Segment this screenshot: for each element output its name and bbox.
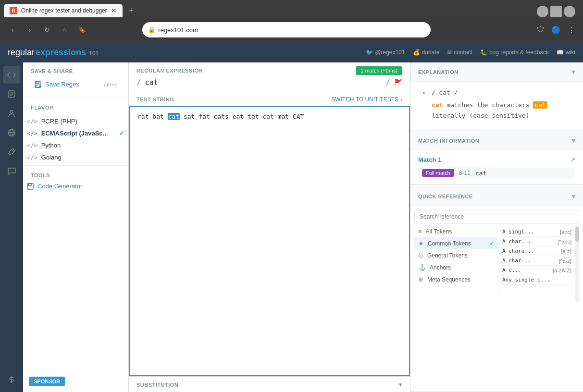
- quick-ref-collapse-btn[interactable]: ▾: [571, 192, 575, 201]
- contact-label: contact: [454, 49, 472, 56]
- flavor-tag-python: </>: [27, 142, 37, 149]
- ref-search-input[interactable]: [414, 210, 579, 223]
- wiki-label: wiki: [566, 49, 575, 56]
- reload-button[interactable]: ↻: [40, 23, 54, 37]
- iconbar-user[interactable]: [3, 105, 20, 122]
- test-section-label: TEST STRING: [136, 97, 174, 102]
- ref-item-anchors[interactable]: ⚓ Anchors: [414, 261, 498, 273]
- svg-point-4: [10, 110, 13, 113]
- regex-header: REGULAR EXPRESSION 1 match (~0ms): [129, 62, 410, 75]
- header-link-contact[interactable]: ✉ contact: [447, 49, 472, 56]
- ref-token-3: A chara...: [502, 248, 534, 254]
- tab-favicon: R: [10, 7, 17, 14]
- svg-rect-13: [28, 184, 31, 185]
- ref-result-2: A char... [^abc]: [502, 237, 571, 246]
- ref-item-meta-sequences[interactable]: ⊕ Meta Sequences: [414, 273, 498, 285]
- close-tab-button[interactable]: ✕: [111, 7, 117, 14]
- ref-item-all-tokens[interactable]: ≡ All Tokens: [414, 225, 498, 237]
- address-bar[interactable]: 🔒 regex101.com: [142, 22, 431, 37]
- exp-token-cat: cat: [432, 101, 443, 109]
- ref-item-common-tokens[interactable]: ★ Common Tokens ✓: [414, 237, 498, 249]
- iconbar-document[interactable]: [3, 86, 20, 103]
- browser-tabs: R Online regex tester and debugger ✕ +: [0, 0, 583, 17]
- test-textarea[interactable]: rat bat cat sat fat cats eat tat cat mat…: [130, 107, 409, 375]
- explanation-tree: ▾ / cat / cat matches the characters cat…: [422, 87, 575, 121]
- iconbar-code[interactable]: [3, 66, 20, 84]
- iconbar-globe[interactable]: [3, 124, 20, 141]
- match-info-header: MATCH INFORMATION ▾: [410, 131, 583, 150]
- exp-highlight-cat: cat: [533, 101, 547, 109]
- flavor-ecma[interactable]: </> ECMAScript (JavaSc... ✓: [23, 127, 128, 139]
- flavor-label-golang: Golang: [41, 154, 62, 161]
- sponsor-badge[interactable]: SPONSOR: [29, 377, 65, 386]
- share-icon[interactable]: ↗: [570, 156, 575, 163]
- explanation-collapse-btn[interactable]: ▾: [571, 67, 575, 76]
- save-regex-button[interactable]: Save Regex ctrl+s: [31, 78, 121, 91]
- explanation-title: EXPLANATION: [418, 69, 459, 75]
- code-generator-button[interactable]: Code Generator: [23, 180, 128, 192]
- iconbar-chat[interactable]: [3, 162, 20, 180]
- ref-results: A singl... [abc] A char... [^abc] A char…: [498, 225, 575, 302]
- close-btn[interactable]: [564, 6, 575, 17]
- common-tokens-label: Common Tokens: [428, 240, 471, 247]
- exp-line-2: cat matches the characters cat literally…: [432, 100, 575, 121]
- flavor-golang[interactable]: </> Golang: [23, 151, 128, 163]
- match-label-text: Match 1: [418, 156, 441, 163]
- browser-nav: ‹ › ↻ ⌂ 🔖 🔒 regex101.com 🛡 🔵 ⋮: [0, 17, 583, 42]
- menu-button[interactable]: ⋮: [566, 24, 577, 37]
- minimize-btn[interactable]: [537, 6, 548, 17]
- iconbar-wrench[interactable]: [3, 143, 20, 160]
- ref-desc-2: [^abc]: [558, 239, 571, 245]
- extension-btn-2[interactable]: 🔵: [549, 24, 563, 37]
- maximize-btn[interactable]: [550, 6, 562, 17]
- new-tab-button[interactable]: +: [124, 4, 138, 17]
- tools-title: TOOLS: [23, 168, 128, 180]
- explanation-header: EXPLANATION ▾: [410, 62, 583, 82]
- ref-result-3: A chara... [a-z]: [502, 246, 571, 256]
- bug-icon: 🐛: [480, 49, 487, 56]
- code-gen-label: Code Generator: [37, 183, 82, 190]
- home-button[interactable]: ⌂: [58, 23, 71, 37]
- flavor-pcre[interactable]: </> PCRE (PHP): [23, 115, 128, 127]
- exp-line-1: ▾ / cat /: [422, 87, 575, 98]
- regex-flags-icon[interactable]: 🚩: [394, 79, 402, 86]
- back-button[interactable]: ‹: [6, 23, 19, 37]
- ecma-check-icon: ✓: [119, 130, 124, 137]
- match-value: cat: [475, 170, 486, 177]
- forward-button[interactable]: ›: [23, 23, 37, 37]
- match-label: Match 1 ↗: [418, 156, 575, 163]
- ref-result-6: Any single c... .: [502, 275, 571, 285]
- svg-rect-10: [36, 82, 39, 84]
- switch-arrow-icon: ›: [400, 96, 402, 103]
- ref-desc-3: [a-z]: [561, 248, 571, 254]
- flavor-label-ecma: ECMAScript (JavaSc...: [41, 130, 108, 137]
- header-link-twitter[interactable]: 🐦 @regex101: [366, 49, 405, 56]
- ref-item-general-tokens[interactable]: ⊙ General Tokens: [414, 249, 498, 261]
- match-info-section: MATCH INFORMATION ▾ Match 1 ↗ Full match…: [410, 131, 583, 185]
- bookmark-button[interactable]: 🔖: [75, 23, 88, 37]
- general-tokens-label: General Tokens: [427, 252, 468, 259]
- ref-scrollbar[interactable]: [575, 225, 579, 302]
- active-tab[interactable]: R Online regex tester and debugger ✕: [4, 4, 123, 17]
- header-link-donate[interactable]: 💰 donate: [413, 49, 440, 56]
- subst-toggle-icon[interactable]: ▾: [399, 381, 402, 388]
- extension-btn-1[interactable]: 🛡: [535, 24, 546, 36]
- exp-text-matches: matches the characters: [447, 101, 533, 109]
- regex-delimiter-open: /: [136, 78, 141, 87]
- common-tokens-check-icon: ✓: [489, 240, 494, 247]
- quick-ref-title: QUICK REFERENCE: [418, 194, 473, 199]
- exp-arrow-icon: ▾: [422, 89, 426, 96]
- header-link-wiki[interactable]: 📖 wiki: [557, 49, 575, 56]
- code-gen-icon: [27, 183, 34, 190]
- general-tokens-icon: ⊙: [418, 252, 423, 259]
- regex-input[interactable]: [145, 78, 382, 87]
- header-link-bug[interactable]: 🐛 bug reports & feedback: [480, 49, 549, 56]
- match-info-collapse-btn[interactable]: ▾: [571, 136, 575, 145]
- all-tokens-label: All Tokens: [426, 228, 452, 235]
- twitter-label: @regex101: [375, 49, 405, 56]
- ref-desc-4: [^a-z]: [558, 258, 571, 264]
- iconbar-dollar[interactable]: [3, 371, 20, 388]
- switch-unit-tests-button[interactable]: SWITCH TO UNIT TESTS ›: [331, 96, 402, 103]
- flavor-python[interactable]: </> Python: [23, 139, 128, 151]
- ref-list: ≡ All Tokens ★ Common Tokens ✓ ⊙ General…: [414, 225, 498, 302]
